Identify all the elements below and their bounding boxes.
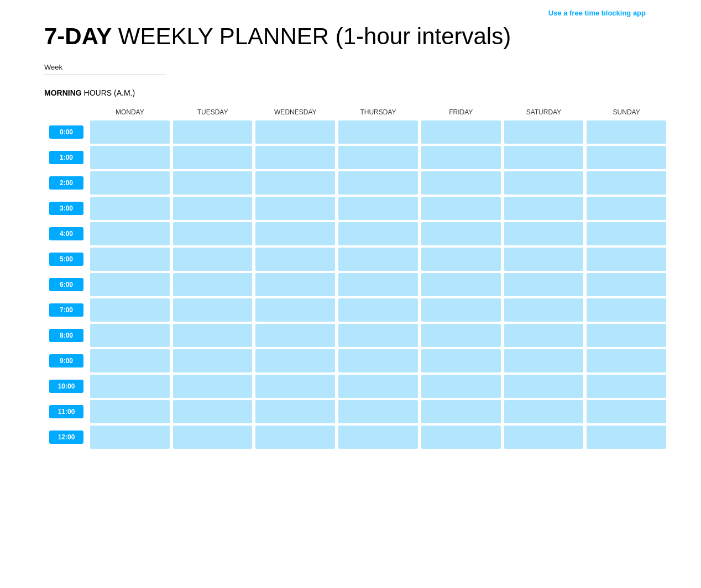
day-cell-saturday-200[interactable] xyxy=(504,171,584,195)
day-cell-friday-800[interactable] xyxy=(421,324,501,347)
day-cell-friday-200[interactable] xyxy=(421,171,501,195)
day-cell-tuesday-100[interactable] xyxy=(173,146,253,169)
day-cell-sunday-600[interactable] xyxy=(587,273,666,296)
day-cell-wednesday-200[interactable] xyxy=(255,171,335,195)
day-cell-saturday-700[interactable] xyxy=(504,298,584,322)
day-cell-saturday-1000[interactable] xyxy=(504,375,584,398)
time-button-300[interactable]: 3:00 xyxy=(49,202,83,215)
day-cell-thursday-200[interactable] xyxy=(338,171,418,195)
day-cell-monday-300[interactable] xyxy=(90,197,170,220)
day-cell-tuesday-300[interactable] xyxy=(173,197,253,220)
day-cell-thursday-900[interactable] xyxy=(338,349,418,372)
day-cell-friday-1100[interactable] xyxy=(421,400,501,423)
time-button-1100[interactable]: 11:00 xyxy=(49,405,83,418)
day-cell-tuesday-800[interactable] xyxy=(173,324,253,347)
day-cell-thursday-1200[interactable] xyxy=(338,426,418,449)
time-button-500[interactable]: 5:00 xyxy=(49,253,83,266)
day-cell-saturday-800[interactable] xyxy=(504,324,584,347)
day-cell-wednesday-800[interactable] xyxy=(255,324,335,347)
day-cell-thursday-800[interactable] xyxy=(338,324,418,347)
day-cell-thursday-600[interactable] xyxy=(338,273,418,296)
day-cell-wednesday-1100[interactable] xyxy=(255,400,335,423)
day-cell-wednesday-900[interactable] xyxy=(255,349,335,372)
day-cell-sunday-200[interactable] xyxy=(587,171,666,195)
day-cell-monday-100[interactable] xyxy=(90,146,170,169)
day-cell-thursday-1100[interactable] xyxy=(338,400,418,423)
day-cell-wednesday-000[interactable] xyxy=(255,120,335,144)
day-cell-monday-900[interactable] xyxy=(90,349,170,372)
day-cell-tuesday-900[interactable] xyxy=(173,349,253,372)
day-cell-sunday-900[interactable] xyxy=(587,349,666,372)
day-cell-saturday-100[interactable] xyxy=(504,146,584,169)
day-cell-sunday-300[interactable] xyxy=(587,197,666,220)
day-cell-sunday-100[interactable] xyxy=(587,146,666,169)
day-cell-saturday-1100[interactable] xyxy=(504,400,584,423)
day-cell-sunday-000[interactable] xyxy=(587,120,666,144)
day-cell-wednesday-300[interactable] xyxy=(255,197,335,220)
day-cell-saturday-900[interactable] xyxy=(504,349,584,372)
day-cell-tuesday-1100[interactable] xyxy=(173,400,253,423)
day-cell-friday-1000[interactable] xyxy=(421,375,501,398)
day-cell-friday-300[interactable] xyxy=(421,197,501,220)
day-cell-tuesday-1000[interactable] xyxy=(173,375,253,398)
day-cell-thursday-100[interactable] xyxy=(338,146,418,169)
day-cell-friday-900[interactable] xyxy=(421,349,501,372)
day-cell-monday-200[interactable] xyxy=(90,171,170,195)
day-cell-tuesday-500[interactable] xyxy=(173,248,253,271)
day-cell-saturday-600[interactable] xyxy=(504,273,584,296)
day-cell-saturday-000[interactable] xyxy=(504,120,584,144)
day-cell-friday-100[interactable] xyxy=(421,146,501,169)
time-button-1000[interactable]: 10:00 xyxy=(49,380,83,393)
day-cell-monday-000[interactable] xyxy=(90,120,170,144)
day-cell-saturday-500[interactable] xyxy=(504,248,584,271)
day-cell-tuesday-000[interactable] xyxy=(173,120,253,144)
day-cell-sunday-1100[interactable] xyxy=(587,400,666,423)
day-cell-thursday-1000[interactable] xyxy=(338,375,418,398)
time-button-900[interactable]: 9:00 xyxy=(49,354,83,368)
day-cell-monday-1200[interactable] xyxy=(90,426,170,449)
day-cell-wednesday-1200[interactable] xyxy=(255,426,335,449)
day-cell-monday-400[interactable] xyxy=(90,222,170,245)
day-cell-wednesday-400[interactable] xyxy=(255,222,335,245)
day-cell-monday-1000[interactable] xyxy=(90,375,170,398)
time-button-400[interactable]: 4:00 xyxy=(49,227,83,240)
day-cell-wednesday-600[interactable] xyxy=(255,273,335,296)
day-cell-friday-500[interactable] xyxy=(421,248,501,271)
day-cell-tuesday-200[interactable] xyxy=(173,171,253,195)
time-button-600[interactable]: 6:00 xyxy=(49,278,83,291)
day-cell-sunday-400[interactable] xyxy=(587,222,666,245)
day-cell-thursday-000[interactable] xyxy=(338,120,418,144)
day-cell-sunday-1200[interactable] xyxy=(587,426,666,449)
time-button-700[interactable]: 7:00 xyxy=(49,303,83,317)
day-cell-thursday-400[interactable] xyxy=(338,222,418,245)
day-cell-saturday-1200[interactable] xyxy=(504,426,584,449)
day-cell-thursday-700[interactable] xyxy=(338,298,418,322)
day-cell-sunday-1000[interactable] xyxy=(587,375,666,398)
time-blocking-link[interactable]: Use a free time blocking app xyxy=(548,9,646,17)
day-cell-tuesday-400[interactable] xyxy=(173,222,253,245)
time-button-800[interactable]: 8:00 xyxy=(49,329,83,342)
day-cell-tuesday-600[interactable] xyxy=(173,273,253,296)
day-cell-sunday-800[interactable] xyxy=(587,324,666,347)
day-cell-friday-600[interactable] xyxy=(421,273,501,296)
day-cell-sunday-700[interactable] xyxy=(587,298,666,322)
time-button-100[interactable]: 1:00 xyxy=(49,151,83,164)
day-cell-monday-500[interactable] xyxy=(90,248,170,271)
time-button-000[interactable]: 0:00 xyxy=(49,125,83,139)
day-cell-monday-800[interactable] xyxy=(90,324,170,347)
day-cell-monday-600[interactable] xyxy=(90,273,170,296)
day-cell-wednesday-700[interactable] xyxy=(255,298,335,322)
time-button-200[interactable]: 2:00 xyxy=(49,176,83,190)
day-cell-saturday-400[interactable] xyxy=(504,222,584,245)
day-cell-friday-400[interactable] xyxy=(421,222,501,245)
day-cell-friday-1200[interactable] xyxy=(421,426,501,449)
day-cell-wednesday-500[interactable] xyxy=(255,248,335,271)
day-cell-friday-700[interactable] xyxy=(421,298,501,322)
day-cell-wednesday-1000[interactable] xyxy=(255,375,335,398)
day-cell-wednesday-100[interactable] xyxy=(255,146,335,169)
day-cell-thursday-500[interactable] xyxy=(338,248,418,271)
day-cell-saturday-300[interactable] xyxy=(504,197,584,220)
day-cell-sunday-500[interactable] xyxy=(587,248,666,271)
day-cell-tuesday-1200[interactable] xyxy=(173,426,253,449)
day-cell-monday-1100[interactable] xyxy=(90,400,170,423)
